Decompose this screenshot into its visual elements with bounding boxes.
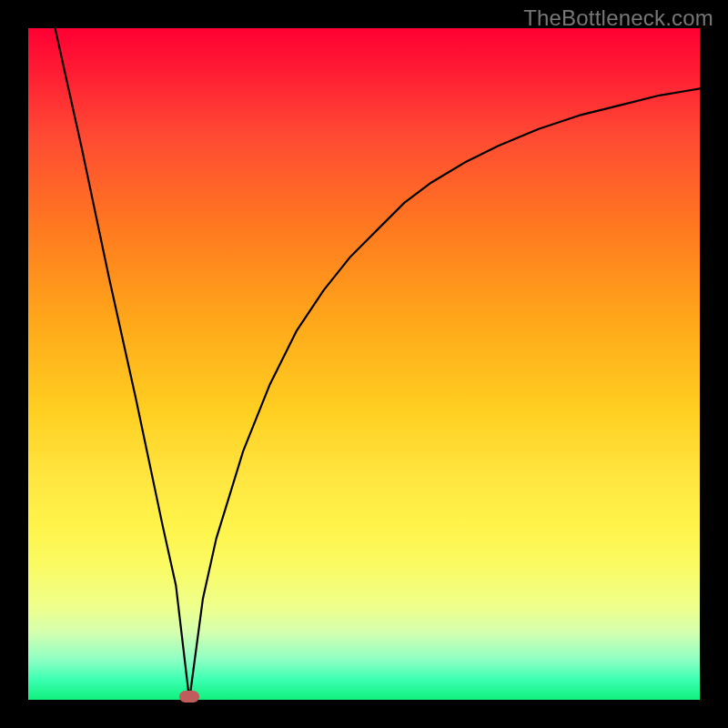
plot-area xyxy=(28,28,700,700)
watermark-text: TheBottleneck.com xyxy=(523,5,713,31)
bottleneck-curve xyxy=(28,28,700,700)
minimum-marker xyxy=(179,691,199,703)
